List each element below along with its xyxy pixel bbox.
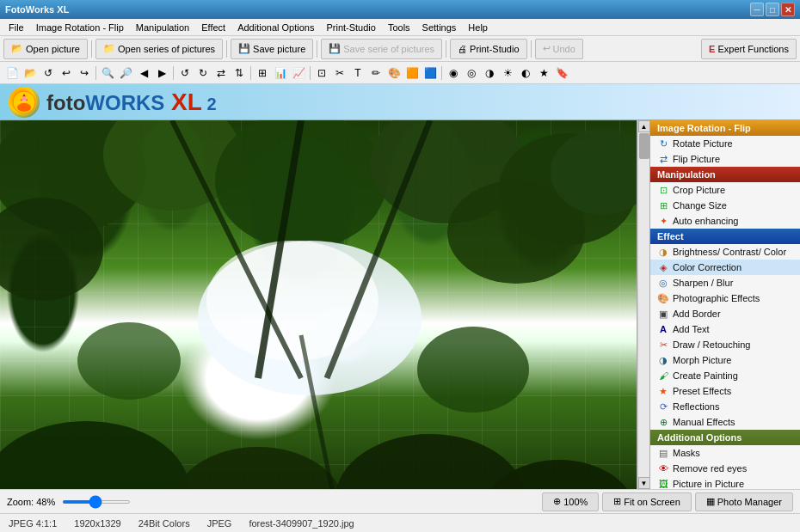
bottom-toolbar: Zoom: 48% ⊕ 100% ⊞ Fit on Screen ▦ Photo…: [0, 489, 800, 513]
create-painting-item[interactable]: 🖌 Create Painting: [650, 368, 800, 383]
undo-small-icon[interactable]: ↩: [58, 64, 75, 82]
prev-icon[interactable]: ◀: [135, 64, 152, 82]
color1-icon[interactable]: 🟧: [403, 64, 421, 82]
new-icon[interactable]: 📄: [3, 64, 21, 82]
grid-icon[interactable]: ⊞: [254, 64, 271, 82]
rotate-right-icon[interactable]: ↻: [194, 64, 212, 82]
section-header-effect[interactable]: Effect: [650, 229, 800, 244]
logo-icon: [9, 87, 40, 118]
minimize-button[interactable]: ─: [750, 3, 764, 16]
section-header-rotation[interactable]: Image Rotation - Flip: [650, 120, 800, 136]
menu-rotation[interactable]: Image Rotation - Flip: [31, 21, 129, 34]
remove-red-eyes-item[interactable]: 👁 Remove red eyes: [650, 461, 800, 476]
maximize-button[interactable]: □: [766, 3, 779, 16]
color-correction-icon: ◈: [657, 261, 669, 273]
menu-print[interactable]: Print-Studio: [321, 21, 380, 34]
graph-icon[interactable]: 📈: [290, 64, 307, 82]
color-correction-item[interactable]: ◈ Color Correction: [650, 260, 800, 275]
contrast-icon[interactable]: ◐: [517, 64, 534, 82]
rotate-picture-item[interactable]: ↻ Rotate Picture: [650, 136, 800, 151]
zoom-slider[interactable]: [62, 500, 131, 504]
image-display[interactable]: [0, 120, 637, 489]
icon-toolbar: 📄 📂 ↺ ↩ ↪ 🔍 🔎 ◀ ▶ ↺ ↻ ⇄ ⇅ ⊞ 📊 📈 ⊡ ✂ T ✏ …: [0, 62, 800, 84]
crop-picture-item[interactable]: ⊡ Crop Picture: [650, 182, 800, 198]
menu-settings[interactable]: Settings: [417, 21, 462, 34]
reflections-item[interactable]: ⟳ Reflections: [650, 399, 800, 414]
pen-icon[interactable]: ✏: [367, 64, 385, 82]
zoom-in-icon[interactable]: 🔎: [117, 64, 134, 82]
flip-h-icon[interactable]: ⇄: [212, 64, 230, 82]
section-header-additional[interactable]: Additional Options: [650, 430, 800, 445]
scroll-track[interactable]: [638, 132, 649, 477]
picture-in-picture-item[interactable]: 🖼 Picture in Picture: [650, 476, 800, 489]
select-icon[interactable]: ⊡: [313, 64, 330, 82]
filter1-icon[interactable]: ◉: [445, 64, 462, 82]
rotate-left-icon[interactable]: ↺: [176, 64, 194, 82]
flip-v-icon[interactable]: ⇅: [231, 64, 248, 82]
scroll-up-button[interactable]: ▲: [638, 120, 650, 132]
sharpen-blur-icon: ◎: [657, 277, 669, 289]
open-picture-button[interactable]: 📂 Open picture: [3, 39, 88, 59]
vertical-scrollbar[interactable]: ▲ ▼: [637, 120, 649, 489]
flip-picture-icon: ⇄: [657, 153, 669, 165]
auto-enhancing-item[interactable]: ✦ Auto enhancing: [650, 213, 800, 229]
sharpen-blur-item[interactable]: ◎ Sharpen / Blur: [650, 275, 800, 290]
photographic-effects-item[interactable]: 🎨 Photographic Effects: [650, 290, 800, 306]
fill-icon[interactable]: 🎨: [385, 64, 403, 82]
brightness-icon[interactable]: ☀: [499, 64, 516, 82]
scroll-down-button[interactable]: ▼: [638, 477, 650, 489]
brightness-icon: ◑: [657, 246, 669, 258]
color2-icon[interactable]: 🟦: [422, 64, 439, 82]
remove-red-eyes-icon: 👁: [657, 462, 669, 474]
close-button[interactable]: ✕: [781, 3, 795, 16]
save-series-button[interactable]: 💾 Save serie of pictures: [321, 39, 442, 59]
logo-text: fotoWORKS XL 2: [46, 89, 217, 116]
fit-on-screen-button[interactable]: ⊞ Fit on Screen: [602, 492, 691, 511]
change-size-icon: ⊞: [657, 199, 669, 211]
icon-sep-2: [173, 66, 174, 80]
zoom-100-button[interactable]: ⊕ 100%: [542, 492, 599, 511]
open-series-button[interactable]: 📁 Open series of pictures: [95, 39, 223, 59]
draw-retouching-item[interactable]: ✂ Draw / Retouching: [650, 337, 800, 352]
refresh-icon[interactable]: ↺: [40, 64, 57, 82]
preset-effects-item[interactable]: ★ Preset Effects: [650, 383, 800, 399]
reflections-icon: ⟳: [657, 401, 669, 413]
next-icon[interactable]: ▶: [153, 64, 170, 82]
flip-picture-item[interactable]: ⇄ Flip Picture: [650, 151, 800, 167]
scroll-thumb[interactable]: [639, 133, 649, 159]
menu-file[interactable]: File: [3, 21, 29, 34]
filter2-icon[interactable]: ◎: [463, 64, 480, 82]
save-series-icon: 💾: [329, 43, 341, 54]
change-size-item[interactable]: ⊞ Change Size: [650, 198, 800, 213]
text-icon[interactable]: T: [349, 64, 366, 82]
redo-icon[interactable]: ↪: [76, 64, 93, 82]
print-studio-button[interactable]: 🖨 Print-Studio: [450, 39, 526, 59]
menu-effect[interactable]: Effect: [196, 21, 231, 34]
zoom-out-icon[interactable]: 🔍: [99, 64, 116, 82]
expert-functions-button[interactable]: E Expert Functions: [701, 39, 797, 59]
filter3-icon[interactable]: ◑: [481, 64, 498, 82]
photo-manager-button[interactable]: ▦ Photo Manager: [695, 492, 793, 511]
masks-item[interactable]: ▤ Masks: [650, 445, 800, 461]
create-painting-icon: 🖌: [657, 370, 669, 382]
morph-picture-item[interactable]: ◑ Morph Picture: [650, 352, 800, 368]
menu-help[interactable]: Help: [463, 21, 493, 34]
toolbar-separator-2: [226, 40, 227, 58]
add-border-item[interactable]: ▣ Add Border: [650, 306, 800, 321]
menu-additional[interactable]: Additional Options: [232, 21, 319, 34]
image-wrapper: ▲ ▼: [0, 120, 649, 489]
menu-tools[interactable]: Tools: [383, 21, 415, 34]
brightness-contrast-item[interactable]: ◑ Brightness/ Contrast/ Color: [650, 244, 800, 260]
chart-icon[interactable]: 📊: [272, 64, 289, 82]
undo-button[interactable]: ↩ Undo: [535, 39, 583, 59]
save-picture-button[interactable]: 💾 Save picture: [231, 39, 313, 59]
star-icon[interactable]: ★: [535, 64, 552, 82]
open-icon[interactable]: 📂: [22, 64, 39, 82]
menu-manipulation[interactable]: Manipulation: [131, 21, 194, 34]
section-header-manipulation[interactable]: Manipulation: [650, 167, 800, 182]
manual-effects-item[interactable]: ⊕ Manual Effects: [650, 414, 800, 430]
add-text-item[interactable]: A Add Text: [650, 321, 800, 337]
bookmark-icon[interactable]: 🔖: [553, 64, 570, 82]
crop-icon[interactable]: ✂: [331, 64, 348, 82]
expert-icon: E: [709, 44, 715, 54]
